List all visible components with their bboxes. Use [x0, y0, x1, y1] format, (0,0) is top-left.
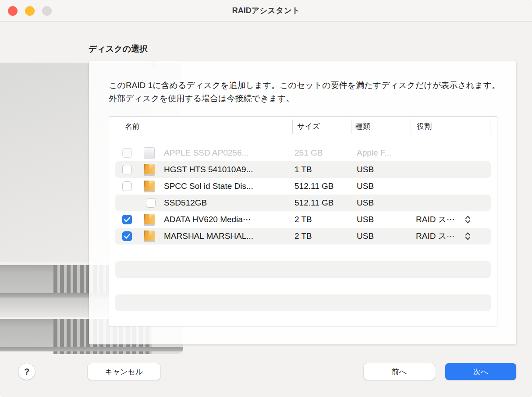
disk-checkbox[interactable]: [146, 198, 156, 208]
external-drive-icon: [144, 181, 155, 192]
disk-row[interactable]: SSD512GB512.11 GBUSB: [109, 195, 497, 211]
header-divider: [411, 120, 411, 134]
disk-name: ADATA HV620 Media⋯: [164, 211, 251, 228]
column-header-type[interactable]: 種類: [355, 117, 370, 137]
disk-table: 名前 サイズ 種類 役割 APPLE SSD AP0256...251 GBAp…: [109, 116, 497, 326]
raid-role-popup[interactable]: RAID ス⋯: [416, 228, 471, 245]
disk-name: HGST HTS 541010A9...: [164, 161, 253, 178]
disk-name: SSD512GB: [164, 195, 207, 211]
disk-name: SPCC Sol id State Dis...: [164, 178, 253, 195]
external-drive-icon: [144, 214, 155, 226]
column-header-role[interactable]: 役割: [417, 117, 432, 137]
page-title: ディスクの選択: [89, 43, 148, 55]
window-title: RAIDアシスタント: [0, 0, 532, 21]
disk-type: Apple F...: [357, 145, 391, 161]
disk-size: 1 TB: [294, 161, 312, 178]
table-header: 名前 サイズ 種類 役割: [109, 117, 497, 137]
disk-selection-card: このRAID 1に含めるディスクを追加します。このセットの要件を満たすディスクだ…: [89, 61, 516, 344]
disk-checkbox[interactable]: [122, 165, 132, 174]
disk-checkbox: [122, 148, 132, 158]
disk-checkbox[interactable]: [122, 215, 132, 224]
header-divider: [351, 120, 351, 134]
raid-role-label: RAID ス⋯: [416, 214, 455, 225]
next-button[interactable]: 次へ: [445, 363, 516, 380]
row-stripe: [115, 261, 491, 278]
raid-assistant-window: RAIDアシスタント ディスクの選択 このRAID 1に含めるディスクを追加しま…: [0, 0, 532, 397]
empty-row: [109, 245, 497, 261]
disk-row[interactable]: ADATA HV620 Media⋯2 TBUSBRAID ス⋯: [109, 211, 497, 228]
empty-row: [109, 294, 497, 311]
disk-checkbox[interactable]: [122, 181, 132, 191]
disk-size: 2 TB: [294, 228, 312, 245]
empty-row: [109, 278, 497, 294]
disk-row[interactable]: HGST HTS 541010A9...1 TBUSB: [109, 161, 497, 178]
disk-type: USB: [357, 211, 374, 228]
disk-name: MARSHAL MARSHAL...: [164, 228, 253, 245]
chevron-up-down-icon: [465, 215, 471, 224]
cancel-button[interactable]: キャンセル: [88, 363, 160, 380]
disk-checkbox[interactable]: [122, 231, 132, 241]
column-header-name[interactable]: 名前: [125, 117, 140, 137]
help-button[interactable]: ?: [18, 363, 35, 380]
titlebar: RAIDアシスタント: [0, 0, 532, 21]
header-divider: [292, 120, 293, 134]
external-drive-icon: [144, 230, 155, 242]
external-drive-icon: [144, 164, 155, 176]
disk-size: 2 TB: [294, 211, 312, 228]
column-header-size[interactable]: サイズ: [297, 117, 320, 137]
chevron-up-down-icon: [465, 231, 471, 241]
disk-size: 512.11 GB: [294, 195, 333, 211]
disk-type: USB: [357, 161, 374, 178]
row-stripe: [115, 294, 491, 311]
disk-type: USB: [357, 178, 374, 195]
disk-size: 512.11 GB: [294, 178, 333, 195]
disk-row[interactable]: MARSHAL MARSHAL...2 TBUSBRAID ス⋯: [109, 228, 497, 245]
empty-row: [109, 261, 497, 278]
disk-table-body: APPLE SSD AP0256...251 GBApple F...HGST …: [109, 145, 497, 311]
back-button[interactable]: 前へ: [364, 363, 435, 380]
raid-role-label: RAID ス⋯: [416, 230, 455, 242]
internal-ssd-icon: [144, 147, 155, 159]
disk-type: USB: [357, 195, 374, 211]
disk-type: USB: [357, 228, 374, 245]
raid-role-popup[interactable]: RAID ス⋯: [416, 211, 471, 228]
disk-size: 251 GB: [294, 145, 323, 161]
disk-row[interactable]: SPCC Sol id State Dis...512.11 GBUSB: [109, 178, 497, 195]
intro-text: このRAID 1に含めるディスクを追加します。このセットの要件を満たすディスクだ…: [109, 79, 501, 105]
disk-row[interactable]: APPLE SSD AP0256...251 GBApple F...: [109, 145, 497, 161]
disk-name: APPLE SSD AP0256...: [164, 145, 248, 161]
header-divider: [490, 120, 490, 134]
